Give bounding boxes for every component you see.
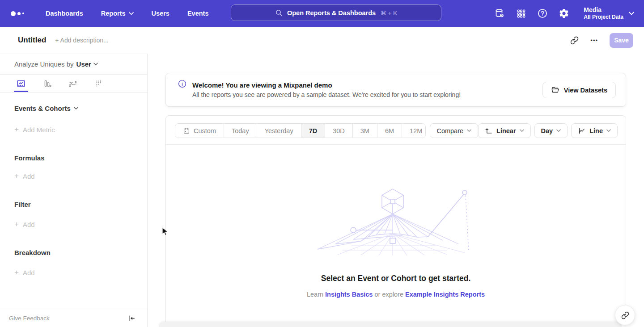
report-header: Untitled + Add description... ••• Save (0, 27, 644, 54)
welcome-banner: Welcome! You are viewing a Mixpanel demo… (165, 73, 626, 107)
range-custom[interactable]: Custom (175, 124, 224, 138)
nav-users-label: Users (152, 10, 169, 17)
range-today[interactable]: Today (224, 124, 257, 138)
add-metric-label: Add Metric (23, 126, 55, 134)
chart-card: Custom Today Yesterday 7D 30D 3M 6M 12M … (165, 115, 626, 327)
filter-label: Filter (14, 201, 31, 208)
scale-dropdown[interactable]: Linear (478, 123, 531, 138)
add-description-field[interactable]: + Add description... (55, 37, 108, 44)
add-breakdown-label: Add (23, 269, 35, 277)
tab-flow[interactable] (65, 75, 80, 92)
report-title[interactable]: Untitled (18, 36, 46, 45)
interval-dropdown[interactable]: Day (534, 123, 568, 138)
chevron-down-icon (74, 107, 78, 110)
visualization-tabs (0, 75, 147, 93)
analyze-row: Analyze Uniques by User (0, 54, 147, 75)
example-insights-reports-link[interactable]: Example Insights Reports (405, 291, 485, 298)
view-datasets-label: View Datasets (564, 87, 607, 94)
nav-dashboards-label: Dashboards (46, 10, 83, 17)
view-datasets-button[interactable]: View Datasets (542, 82, 616, 98)
analyze-value-dropdown[interactable]: User (76, 60, 98, 68)
settings-gear-icon[interactable] (559, 8, 569, 19)
range-7d[interactable]: 7D (301, 124, 326, 138)
nav-events[interactable]: Events (187, 10, 209, 17)
plus-icon: + (14, 125, 19, 134)
give-feedback-link[interactable]: Give Feedback (9, 315, 50, 322)
nav-events-label: Events (187, 10, 209, 17)
plus-icon: + (14, 220, 19, 229)
plus-icon: + (14, 172, 19, 180)
chart-type-dropdown[interactable]: Line (571, 123, 618, 138)
search-icon (275, 9, 283, 17)
line-chart-icon (16, 79, 26, 88)
copy-link-icon[interactable] (570, 36, 579, 45)
range-30d-label: 30D (333, 127, 345, 134)
learn-prefix: Learn (307, 291, 323, 298)
chevron-down-icon (556, 129, 561, 132)
primary-nav: Dashboards Reports Users Events (46, 10, 208, 17)
main-content: Welcome! You are viewing a Mixpanel demo… (148, 54, 644, 327)
flow-sankey-icon (68, 79, 78, 88)
range-30d[interactable]: 30D (325, 124, 353, 138)
add-formula-label: Add (23, 172, 35, 180)
save-button[interactable]: Save (610, 33, 633, 48)
bar-chart-icon (42, 79, 52, 88)
sidebar-footer: Give Feedback (0, 309, 147, 327)
chevron-down-icon (520, 129, 524, 132)
more-options-icon[interactable]: ••• (590, 37, 598, 44)
nav-right: Media All Project Data (494, 0, 644, 27)
info-icon (178, 79, 187, 90)
tab-metrics[interactable] (91, 75, 106, 92)
tab-insights-linechart[interactable] (13, 75, 29, 92)
chevron-down-icon (606, 129, 611, 132)
range-yesterday[interactable]: Yesterday (257, 124, 301, 138)
range-today-label: Today (232, 127, 249, 134)
date-range-segmented-control: Custom Today Yesterday 7D 30D 3M 6M 12M (175, 123, 426, 138)
nav-reports[interactable]: Reports (101, 10, 134, 17)
empty-state-title: Select an Event or Cohort to get started… (321, 274, 471, 283)
events-cohorts-header[interactable]: Events & Cohorts (14, 105, 147, 112)
nav-users[interactable]: Users (152, 10, 169, 17)
range-12m[interactable]: 12M (402, 124, 426, 138)
range-6m-label: 6M (385, 127, 394, 134)
chevron-down-icon (129, 12, 134, 15)
nav-reports-label: Reports (101, 10, 126, 17)
chart-toolbar: Custom Today Yesterday 7D 30D 3M 6M 12M … (175, 123, 618, 138)
add-formula-button[interactable]: + Add (14, 172, 147, 180)
scale-label: Linear (496, 127, 516, 134)
compare-dropdown[interactable]: Compare (430, 123, 478, 138)
events-cohorts-label: Events & Cohorts (14, 105, 71, 112)
project-switcher[interactable]: Media All Project Data (584, 6, 634, 21)
range-3m-label: 3M (360, 127, 369, 134)
chevron-down-icon (93, 63, 98, 66)
collapse-sidebar-icon[interactable] (128, 314, 136, 322)
global-search[interactable]: Open Reports & Dashboards ⌘ + K (231, 4, 441, 21)
tab-bar-chart[interactable] (39, 75, 55, 92)
insights-basics-link[interactable]: Insights Basics (325, 291, 373, 298)
range-6m[interactable]: 6M (377, 124, 402, 138)
search-shortcut: ⌘ + K (380, 9, 397, 17)
mixpanel-logo-icon[interactable] (11, 11, 29, 16)
top-nav: Dashboards Reports Users Events Open Rep… (0, 0, 644, 27)
apps-grid-icon[interactable] (516, 8, 526, 19)
breakdown-label: Breakdown (14, 249, 51, 256)
range-3m[interactable]: 3M (353, 124, 377, 138)
data-management-icon[interactable] (494, 8, 505, 19)
add-breakdown-button[interactable]: + Add (14, 268, 147, 277)
chart-type-label: Line (589, 127, 603, 134)
breakdown-header: Breakdown (14, 249, 147, 256)
chevron-down-icon (467, 129, 471, 132)
project-name: Media (584, 6, 623, 14)
help-icon[interactable] (537, 8, 548, 19)
calendar-icon (183, 127, 190, 134)
metric-dots-icon (94, 79, 104, 88)
add-metric-button[interactable]: + Add Metric (14, 125, 147, 134)
add-filter-button[interactable]: + Add (14, 220, 147, 229)
line-type-icon (578, 127, 586, 135)
search-placeholder: Open Reports & Dashboards (287, 9, 376, 17)
range-custom-label: Custom (194, 127, 216, 134)
table-card-top-edge (159, 322, 622, 327)
nav-dashboards[interactable]: Dashboards (46, 10, 83, 17)
share-link-fab[interactable] (615, 305, 635, 325)
empty-state: Select an Event or Cohort to get started… (166, 144, 626, 327)
